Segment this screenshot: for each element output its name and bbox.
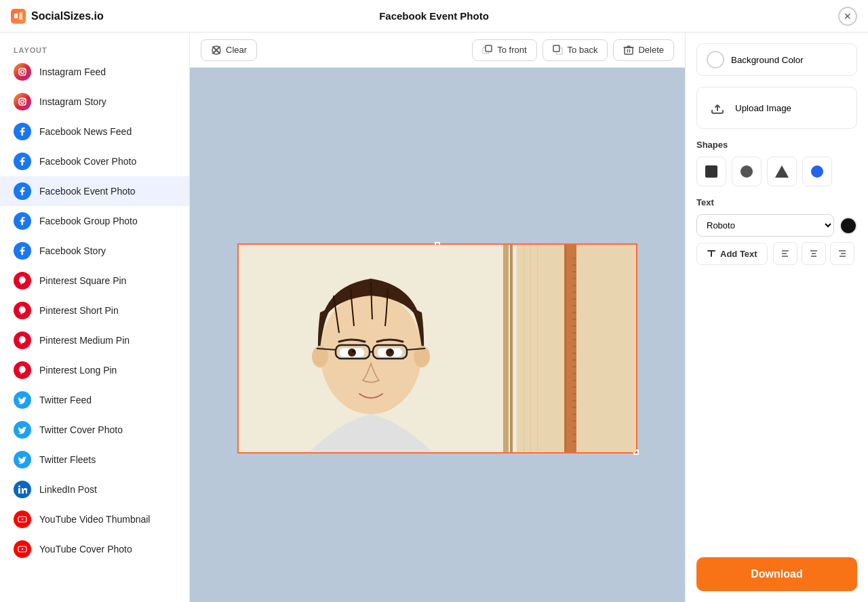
- pinterest-short-pin-label: Pinterest Short Pin: [39, 305, 119, 316]
- svg-rect-23: [530, 245, 531, 452]
- circle-shape: [741, 165, 753, 178]
- canvas-area: Clear To front To back: [190, 33, 685, 602]
- facebook-event-photo-label: Facebook Event Photo: [39, 186, 136, 197]
- canvas-frame[interactable]: [237, 243, 637, 454]
- pinterest-square-pin-icon: [14, 272, 31, 289]
- sidebar-item-pinterest-square-pin[interactable]: Pinterest Square Pin: [0, 266, 189, 296]
- sidebar-item-facebook-story[interactable]: Facebook Story: [0, 236, 189, 266]
- align-left-button[interactable]: [773, 242, 797, 265]
- facebook-story-label: Facebook Story: [39, 245, 106, 256]
- text-title: Text: [696, 197, 857, 207]
- facebook-story-icon: [14, 242, 31, 260]
- sidebar-item-pinterest-medium-pin[interactable]: Pinterest Medium Pin: [0, 325, 189, 355]
- svg-rect-0: [14, 14, 18, 18]
- svg-rect-26: [565, 245, 566, 452]
- sidebar-item-facebook-event-photo[interactable]: Facebook Event Photo: [0, 176, 189, 206]
- to-back-button[interactable]: To back: [542, 39, 608, 61]
- facebook-news-feed-icon: [14, 123, 31, 140]
- svg-rect-1: [19, 12, 22, 20]
- instagram-story-label: Instagram Story: [39, 96, 106, 107]
- portrait-svg: [239, 245, 636, 452]
- twitter-feed-icon: [14, 391, 31, 409]
- sidebar-item-twitter-feed[interactable]: Twitter Feed: [0, 385, 189, 415]
- facebook-cover-photo-label: Facebook Cover Photo: [39, 156, 136, 167]
- sidebar-item-youtube-cover-photo[interactable]: YouTube Cover Photo: [0, 534, 189, 564]
- sidebar-item-facebook-cover-photo[interactable]: Facebook Cover Photo: [0, 146, 189, 176]
- upload-image-button[interactable]: Upload Image: [696, 87, 857, 129]
- svg-point-7: [24, 99, 25, 100]
- text-section: Text Roboto Add Text: [696, 197, 857, 265]
- delete-label: Delete: [638, 45, 664, 55]
- text-color-picker[interactable]: [840, 217, 857, 235]
- sidebar-item-facebook-news-feed[interactable]: Facebook News Feed: [0, 117, 189, 146]
- to-front-icon: [482, 45, 493, 56]
- twitter-cover-photo-label: Twitter Cover Photo: [39, 424, 123, 435]
- clear-label: Clear: [226, 45, 247, 55]
- clear-button[interactable]: Clear: [201, 39, 257, 61]
- clear-icon: [211, 45, 222, 56]
- sidebar-item-instagram-story[interactable]: Instagram Story: [0, 87, 189, 117]
- header: SocialSizes.io Facebook Event Photo ✕: [0, 0, 868, 33]
- youtube-cover-photo-icon: [14, 540, 31, 558]
- bg-color-label: Background Color: [731, 55, 804, 65]
- twitter-cover-photo-icon: [14, 421, 31, 439]
- shape-circle-blue-button[interactable]: [802, 157, 832, 186]
- pinterest-medium-pin-label: Pinterest Medium Pin: [39, 335, 130, 346]
- sidebar-item-facebook-group-photo[interactable]: Facebook Group Photo: [0, 206, 189, 236]
- align-right-button[interactable]: [830, 242, 854, 265]
- canvas-workspace[interactable]: [190, 68, 685, 602]
- youtube-video-thumbnail-icon: [14, 510, 31, 528]
- text-actions-row: Add Text: [696, 242, 857, 265]
- shapes-title: Shapes: [696, 140, 857, 150]
- svg-rect-13: [486, 45, 492, 52]
- font-row: Roboto: [696, 214, 857, 237]
- svg-point-4: [24, 69, 25, 71]
- align-center-button[interactable]: [802, 242, 826, 265]
- svg-point-60: [348, 348, 356, 357]
- svg-rect-20: [503, 245, 509, 452]
- background-color-button[interactable]: Background Color: [696, 43, 857, 76]
- svg-point-61: [352, 350, 355, 353]
- circle-blue-shape: [811, 165, 823, 178]
- sidebar-item-linkedin-post[interactable]: LinkedIn Post: [0, 475, 189, 504]
- shape-square-button[interactable]: [696, 157, 726, 186]
- svg-rect-8: [18, 488, 20, 494]
- to-back-icon: [553, 45, 564, 56]
- svg-rect-15: [553, 45, 559, 52]
- youtube-cover-photo-label: YouTube Cover Photo: [39, 544, 132, 555]
- facebook-event-photo-icon: [14, 182, 31, 200]
- canvas-toolbar: Clear To front To back: [190, 33, 685, 68]
- font-select[interactable]: Roboto: [696, 214, 834, 237]
- svg-rect-21: [510, 245, 513, 452]
- sidebar-item-twitter-fleets[interactable]: Twitter Fleets: [0, 445, 189, 475]
- facebook-news-feed-label: Facebook News Feed: [39, 126, 132, 137]
- pinterest-short-pin-icon: [14, 302, 31, 319]
- facebook-cover-photo-icon: [14, 153, 31, 170]
- svg-point-6: [21, 100, 24, 104]
- canvas-image: [239, 245, 636, 452]
- shape-circle-button[interactable]: [732, 157, 762, 186]
- sidebar-item-instagram-feed[interactable]: Instagram Feed: [0, 57, 189, 87]
- text-controls: Roboto Add Text: [696, 214, 857, 265]
- align-right-icon: [837, 249, 847, 258]
- to-front-button[interactable]: To front: [472, 39, 536, 61]
- shape-triangle-button[interactable]: [767, 157, 797, 186]
- align-row: [773, 242, 854, 265]
- square-shape: [705, 165, 717, 178]
- sidebar-item-pinterest-long-pin[interactable]: Pinterest Long Pin: [0, 355, 189, 385]
- sidebar-item-youtube-video-thumbnail[interactable]: YouTube Video Thumbnail: [0, 504, 189, 534]
- align-center-icon: [809, 249, 818, 258]
- sidebar-item-pinterest-short-pin[interactable]: Pinterest Short Pin: [0, 296, 189, 325]
- logo-text: SocialSizes.io: [31, 10, 104, 22]
- download-button[interactable]: Download: [696, 557, 857, 591]
- logo[interactable]: SocialSizes.io: [11, 9, 104, 24]
- pinterest-square-pin-label: Pinterest Square Pin: [39, 275, 126, 286]
- linkedin-post-icon: [14, 481, 31, 498]
- twitter-feed-label: Twitter Feed: [39, 395, 92, 405]
- add-text-button[interactable]: Add Text: [696, 243, 768, 265]
- shapes-grid: [696, 157, 857, 186]
- delete-button[interactable]: Delete: [613, 39, 674, 61]
- close-button[interactable]: ✕: [838, 7, 857, 26]
- sidebar-item-twitter-cover-photo[interactable]: Twitter Cover Photo: [0, 415, 189, 445]
- main-layout: LAYOUT Instagram FeedInstagram StoryFace…: [0, 33, 868, 602]
